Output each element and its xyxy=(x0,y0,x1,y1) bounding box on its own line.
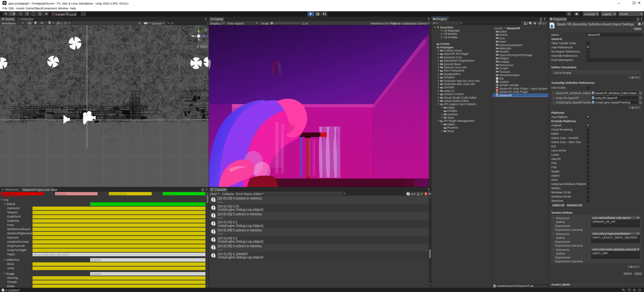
svg-text:y: y xyxy=(198,26,200,29)
svg-text:z: z xyxy=(206,34,208,37)
svg-text:☰ Right: ☰ Right xyxy=(196,45,208,48)
